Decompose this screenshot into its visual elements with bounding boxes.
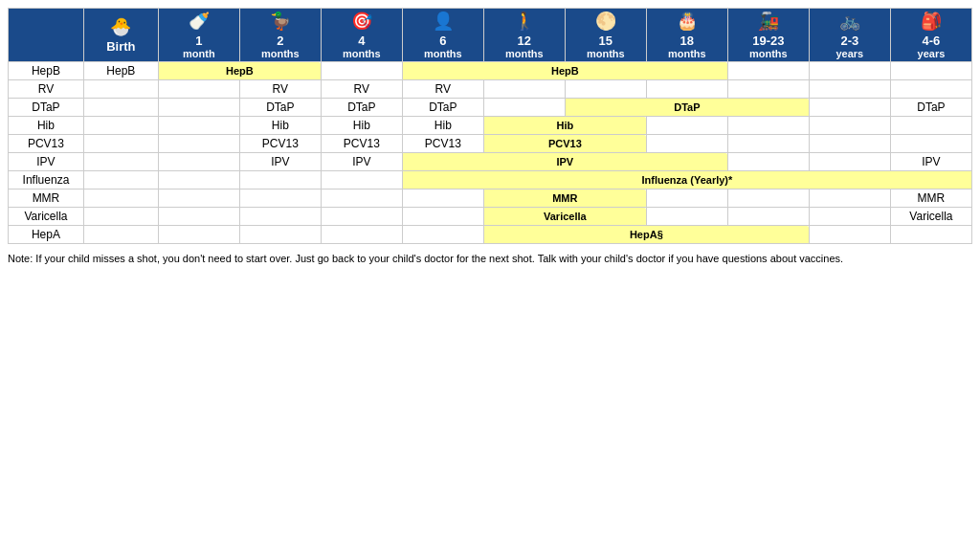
header-icon-0: 🐣: [87, 16, 155, 37]
vaccine-cell-dtap-col6: DTaP: [565, 99, 809, 117]
empty-cell-hepa-col1: [158, 226, 239, 244]
vaccine-name-influenza: Influenza: [9, 171, 84, 189]
empty-cell-varicella-col4: [402, 208, 483, 226]
empty-cell-influenza-col0: [83, 171, 158, 189]
empty-cell-dtap-col0: [83, 99, 158, 117]
empty-cell-varicella-col7: [646, 208, 727, 226]
vaccine-name-hepb: HepB: [9, 62, 84, 80]
header-unit-2: months: [243, 48, 318, 59]
empty-cell-hepb-col8: [727, 62, 809, 80]
header-age-7: 18: [650, 33, 724, 48]
vaccine-cell-mmr-col5: MMR: [483, 189, 646, 208]
empty-cell-hepa-col0: [83, 226, 158, 244]
empty-cell-varicella-col1: [158, 208, 239, 226]
vaccine-cell-varicella-col5: Varicella: [483, 208, 646, 226]
vaccine-cell-mmr-col10: MMR: [890, 189, 971, 208]
empty-cell-pcv13-col7: [646, 135, 727, 153]
empty-cell-hib-col1: [158, 117, 239, 135]
vaccine-name-hepa: HepA: [9, 226, 84, 244]
header-cell-5: 🚶12months: [483, 9, 565, 62]
empty-cell-varicella-col8: [727, 208, 809, 226]
header-icon-10: 🎒: [894, 11, 969, 32]
vaccine-cell-hepb-col4: HepB: [402, 62, 727, 80]
empty-cell-ipv-col0: [83, 153, 158, 171]
vaccine-row-varicella: VaricellaVaricellaVaricella: [9, 208, 972, 226]
vaccine-cell-hib-col5: Hib: [483, 117, 646, 135]
empty-cell-rv-col8: [727, 80, 809, 99]
header-icon-2: 🦆: [243, 11, 318, 32]
header-icon-5: 🚶: [487, 11, 562, 32]
vaccine-row-hepb: HepBHepBHepBHepB: [9, 62, 972, 80]
vaccine-cell-rv-col2: RV: [239, 80, 321, 99]
header-age-2: 2: [243, 33, 318, 48]
header-cell-10: 🎒4-6years: [890, 9, 971, 62]
header-unit-10: years: [894, 48, 969, 59]
vaccine-cell-pcv13-col4: PCV13: [402, 135, 483, 153]
header-unit-6: months: [568, 48, 643, 59]
vaccine-cell-hepb-col1: HepB: [158, 62, 321, 80]
empty-cell-dtap-col5: [483, 99, 565, 117]
empty-cell-hepa-col4: [402, 226, 483, 244]
header-unit-5: months: [487, 48, 562, 59]
header-icon-8: 🚂: [731, 11, 806, 32]
empty-cell-pcv13-col9: [809, 135, 890, 153]
empty-cell-hepa-col3: [321, 226, 402, 244]
header-unit-1: month: [162, 48, 236, 59]
header-cell-1: 🍼1month: [158, 9, 239, 62]
empty-cell-varicella-col0: [83, 208, 158, 226]
vaccine-cell-hib-col4: Hib: [402, 117, 483, 135]
vaccine-cell-ipv-col4: IPV: [402, 153, 727, 171]
header-icon-1: 🍼: [162, 11, 236, 32]
empty-cell-hib-col7: [646, 117, 727, 135]
vaccine-name-pcv13: PCV13: [9, 135, 84, 153]
vaccine-schedule-table: 🐣Birth🍼1month🦆2months🎯4months👤6months🚶12…: [8, 8, 972, 244]
vaccine-row-pcv13: PCV13PCV13PCV13PCV13PCV13: [9, 135, 972, 153]
header-unit-7: months: [650, 48, 724, 59]
empty-cell-ipv-col1: [158, 153, 239, 171]
empty-cell-dtap-col1: [158, 99, 239, 117]
empty-cell-hepb-col9: [809, 62, 890, 80]
header-name-col: [9, 9, 84, 62]
empty-cell-rv-col6: [565, 80, 646, 99]
empty-cell-rv-col7: [646, 80, 727, 99]
header-cell-9: 🚲2-3years: [809, 9, 890, 62]
empty-cell-mmr-col1: [158, 189, 239, 208]
empty-cell-mmr-col9: [809, 189, 890, 208]
vaccine-cell-dtap-col10: DTaP: [890, 99, 971, 117]
header-age-10: 4-6: [894, 33, 969, 48]
empty-cell-influenza-col1: [158, 171, 239, 189]
vaccine-cell-varicella-col10: Varicella: [890, 208, 971, 226]
empty-cell-mmr-col0: [83, 189, 158, 208]
header-age-3: 4: [324, 33, 399, 48]
vaccine-cell-rv-col4: RV: [402, 80, 483, 99]
vaccine-name-dtap: DTaP: [9, 99, 84, 117]
header-age-0: Birth: [87, 39, 155, 54]
empty-cell-pcv13-col0: [83, 135, 158, 153]
empty-cell-pcv13-col8: [727, 135, 809, 153]
empty-cell-mmr-col8: [727, 189, 809, 208]
header-icon-9: 🚲: [813, 11, 887, 32]
vaccine-cell-hepa-col5: HepA§: [483, 226, 809, 244]
vaccine-cell-pcv13-col2: PCV13: [239, 135, 321, 153]
header-cell-7: 🎂18months: [646, 9, 727, 62]
empty-cell-ipv-col9: [809, 153, 890, 171]
vaccine-name-varicella: Varicella: [9, 208, 84, 226]
empty-cell-mmr-col2: [239, 189, 321, 208]
header-cell-0: 🐣Birth: [83, 9, 158, 62]
empty-cell-varicella-col3: [321, 208, 402, 226]
vaccine-row-mmr: MMRMMRMMR: [9, 189, 972, 208]
vaccine-cell-hib-col3: Hib: [321, 117, 402, 135]
empty-cell-hepa-col9: [809, 226, 890, 244]
empty-cell-rv-col1: [158, 80, 239, 99]
vaccine-cell-pcv13-col3: PCV13: [321, 135, 402, 153]
vaccine-cell-hepb-col0: HepB: [83, 62, 158, 80]
vaccine-cell-rv-col3: RV: [321, 80, 402, 99]
empty-cell-rv-col0: [83, 80, 158, 99]
header-icon-7: 🎂: [650, 11, 724, 32]
empty-cell-dtap-col9: [809, 99, 890, 117]
empty-cell-mmr-col4: [402, 189, 483, 208]
vaccine-cell-influenza-col4: Influenza (Yearly)*: [402, 171, 971, 189]
empty-cell-hib-col8: [727, 117, 809, 135]
vaccine-cell-ipv-col2: IPV: [239, 153, 321, 171]
empty-cell-pcv13-col1: [158, 135, 239, 153]
